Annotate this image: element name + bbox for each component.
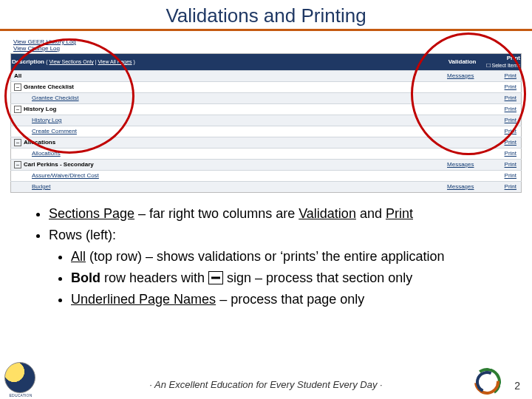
footer-tagline: ∙ An Excellent Education for Every Stude…: [0, 379, 532, 390]
print-cell: Print: [477, 137, 522, 149]
section-row: –History LogPrint: [11, 104, 522, 115]
validation-cell: [434, 137, 477, 149]
print-cell: Print: [477, 115, 522, 126]
row-label: Grantee Checklist: [14, 95, 79, 101]
bullet-rows-left: Rows (left): All (top row) – shows valid…: [49, 228, 502, 307]
print-cell: Print: [477, 182, 522, 193]
validation-cell: Messages: [434, 71, 477, 82]
sections-screenshot: View GEER History Log View Change Log De…: [10, 37, 522, 193]
page-row: Assure/Waive/Direct CostPrint: [11, 171, 522, 182]
row-label: Budget: [14, 183, 50, 190]
validation-cell: [434, 104, 477, 115]
row-label: Assure/Waive/Direct Cost: [14, 172, 99, 179]
print-cell: Print: [477, 71, 522, 82]
section-row: AllMessagesPrint: [11, 71, 522, 82]
col-validation: Validation: [434, 54, 477, 71]
page-number: 2: [514, 380, 520, 392]
validation-cell: Messages: [434, 182, 477, 193]
page-row: Grantee ChecklistPrint: [11, 93, 522, 104]
collapse-icon: –: [14, 83, 21, 91]
validation-cell: [434, 82, 477, 93]
page-row: Create CommentPrint: [11, 126, 522, 137]
collapse-icon: –: [14, 161, 21, 168]
validation-cell: [434, 115, 477, 126]
collapse-icon: –: [14, 139, 21, 146]
bullet-bold-headers: Bold row headers with sign – process tha…: [71, 270, 502, 286]
collapse-icon: [208, 271, 223, 284]
row-label: History Log: [14, 117, 61, 123]
bullet-sections-page: Sections Page – far right two columns ar…: [49, 206, 502, 222]
section-row: –Carl Perkins - SecondaryMessagesPrint: [11, 160, 522, 171]
section-row: –AllocationsPrint: [11, 137, 522, 149]
title-rule: [0, 29, 532, 31]
select-items-label: Select Items: [491, 63, 520, 68]
row-label: All: [14, 72, 21, 79]
validation-cell: Messages: [434, 160, 477, 171]
print-cell: Print: [477, 126, 522, 137]
row-label: Allocations: [24, 139, 55, 146]
page-row: BudgetMessagesPrint: [11, 182, 522, 193]
print-cell: Print: [477, 149, 522, 160]
print-cell: Print: [477, 82, 522, 93]
view-all-pages-link: View All Pages: [98, 59, 132, 64]
print-cell: Print: [477, 93, 522, 104]
print-cell: Print: [477, 104, 522, 115]
section-row: –Grantee ChecklistPrint: [11, 82, 522, 93]
screenshot-header-row: Description ( View Sections Only | View …: [11, 54, 522, 71]
row-label: Create Comment: [14, 128, 77, 134]
validation-cell: [434, 93, 477, 104]
view-change-log-link: View Change Log: [13, 45, 60, 52]
view-sections-only-link: View Sections Only: [50, 59, 94, 64]
col-print: Print: [507, 55, 520, 61]
bullet-all-row: All (top row) – shows validations or ‘pr…: [71, 249, 502, 265]
row-label: Carl Perkins - Secondary: [24, 161, 94, 168]
row-label: Allocations: [14, 150, 61, 157]
col-description: Description: [12, 58, 44, 65]
bullet-underlined-pages: Underlined Page Names – process that pag…: [71, 292, 502, 307]
validation-cell: [434, 171, 477, 182]
row-label: History Log: [24, 106, 56, 112]
row-label: Grantee Checklist: [24, 83, 74, 90]
collapse-icon: –: [14, 106, 21, 113]
validation-cell: [434, 126, 477, 137]
slide-title: Validations and Printing: [0, 0, 532, 27]
bullet-body: Sections Page – far right two columns ar…: [30, 206, 502, 307]
page-row: History LogPrint: [11, 115, 522, 126]
page-row: AllocationsPrint: [11, 149, 522, 160]
print-cell: Print: [477, 160, 522, 171]
validation-cell: [434, 149, 477, 160]
view-history-log-link: View GEER History Log: [13, 38, 76, 45]
print-cell: Print: [477, 171, 522, 182]
